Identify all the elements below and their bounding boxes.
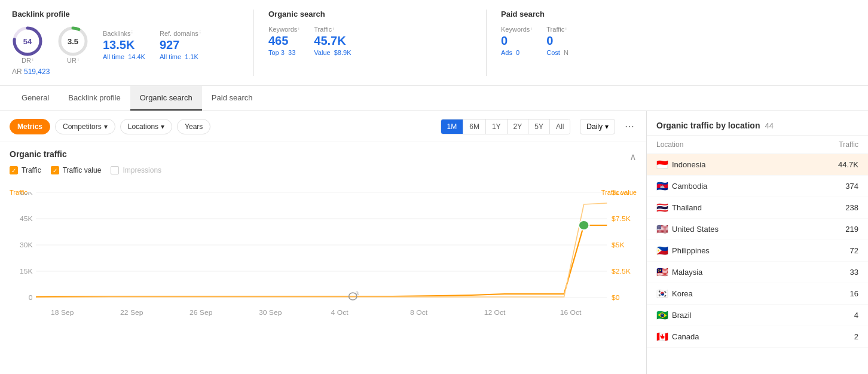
legend-traffic-value[interactable]: ✓ Traffic value [51, 166, 102, 174]
flag-icon: 🇺🇸 [656, 223, 668, 235]
daily-button[interactable]: Daily ▾ [580, 119, 615, 134]
chart-toolbar: Metrics Competitors ▾ Locations ▾ Years … [0, 111, 646, 142]
paid-keywords-value: 0 [501, 34, 532, 48]
table-header-row: Location Traffic [647, 136, 868, 154]
organic-search-section: Organic search Keywords ⁱ 465 Top 3 33 T… [268, 10, 472, 56]
competitors-button[interactable]: Competitors ▾ [55, 119, 115, 134]
tab-general[interactable]: General [12, 86, 59, 111]
dr-info-icon[interactable]: ⁱ [32, 57, 33, 64]
more-options-button[interactable]: ⋯ [622, 118, 637, 134]
svg-text:4 Oct: 4 Oct [331, 309, 349, 316]
traffic-value: 72 [796, 240, 868, 262]
table-row[interactable]: 🇰🇭 Cambodia 374 [647, 176, 868, 197]
country-cell: 🇰🇭 Cambodia [647, 176, 796, 197]
divider-2 [486, 10, 487, 76]
traffic-value: 219 [796, 219, 868, 240]
organic-traffic-value: 45.7K [314, 34, 351, 48]
table-row[interactable]: 🇺🇸 United States 219 [647, 219, 868, 240]
traffic-checkmark: ✓ [11, 167, 16, 174]
flag-icon: 🇮🇩 [656, 159, 668, 170]
svg-text:18 Sep: 18 Sep [51, 309, 74, 316]
flag-icon: 🇵🇭 [656, 245, 668, 256]
table-row[interactable]: 🇲🇾 Malaysia 33 [647, 262, 868, 283]
country-cell: 🇲🇾 Malaysia [647, 262, 796, 283]
time-1y-button[interactable]: 1Y [486, 119, 508, 134]
time-1m-button[interactable]: 1M [441, 119, 464, 134]
paid-search-section: Paid search Keywords ⁱ 0 Ads 0 Traffic ⁱ… [501, 10, 668, 56]
organic-keywords-sub: Top 3 33 [268, 49, 299, 56]
country-name: Korea [672, 289, 693, 298]
paid-keywords-label: Keywords ⁱ [501, 26, 532, 33]
chart-svg-wrapper: Traffic Traffic value 60K 45K 30K 15K 0 [10, 179, 637, 329]
tab-backlink-profile[interactable]: Backlink profile [59, 86, 130, 111]
time-6m-button[interactable]: 6M [463, 119, 486, 134]
country-name: Malaysia [672, 268, 702, 277]
flag-icon: 🇨🇦 [656, 331, 668, 342]
backlink-metrics-row: 54 DR ⁱ 3.5 UR ⁱ [12, 26, 239, 64]
location-count-badge: 44 [765, 121, 773, 130]
metrics-button[interactable]: Metrics [10, 119, 50, 134]
traffic-value: 4 [796, 305, 868, 326]
ref-domains-label: Ref. domains ⁱ [160, 30, 201, 37]
traffic-value: 238 [796, 197, 868, 219]
paid-keywords-sub: Ads 0 [501, 49, 532, 56]
organic-traffic-label: Traffic ⁱ [314, 26, 351, 33]
backlinks-label: Backlinks ⁱ [103, 30, 145, 37]
time-2y-button[interactable]: 2Y [508, 119, 529, 134]
paid-search-title: Paid search [501, 10, 668, 19]
country-name: Thailand [672, 203, 702, 212]
table-row[interactable]: 🇨🇦 Canada 2 [647, 326, 868, 348]
backlinks-metric: Backlinks ⁱ 13.5K All time 14.4K [103, 30, 145, 60]
country-cell: 🇰🇷 Korea [647, 283, 796, 305]
country-cell: 🇺🇸 United States [647, 219, 796, 240]
svg-text:$10K: $10K [612, 192, 629, 196]
country-name: Cambodia [672, 182, 707, 191]
table-row[interactable]: 🇰🇷 Korea 16 [647, 283, 868, 305]
country-name: Canada [672, 332, 699, 341]
svg-text:8 Oct: 8 Oct [410, 309, 428, 316]
paid-keywords-info-icon[interactable]: ⁱ [531, 26, 532, 33]
table-row[interactable]: 🇵🇭 Philippines 72 [647, 240, 868, 262]
traffic-value-checkbox[interactable]: ✓ [51, 166, 59, 174]
divider-1 [253, 10, 254, 76]
ref-domains-info-icon[interactable]: ⁱ [200, 30, 201, 36]
traffic-value: 33 [796, 262, 868, 283]
ar-link[interactable]: 519,423 [24, 68, 50, 76]
chart-title: Organic traffic [10, 149, 67, 159]
organic-keywords-sub-value: 33 [288, 49, 295, 56]
years-button[interactable]: Years [177, 119, 210, 134]
traffic-data-point[interactable] [579, 220, 589, 230]
flag-icon: 🇰🇭 [656, 180, 668, 192]
organic-traffic-info-icon[interactable]: ⁱ [333, 26, 334, 33]
backlinks-info-icon[interactable]: ⁱ [132, 30, 133, 36]
locations-button[interactable]: Locations ▾ [120, 119, 172, 134]
legend-impressions[interactable]: Impressions [111, 166, 161, 174]
ar-row: AR 519,423 [12, 68, 239, 76]
table-row[interactable]: 🇧🇷 Brazil 4 [647, 305, 868, 326]
country-name: Indonesia [672, 160, 705, 169]
organic-traffic-metric: Traffic ⁱ 45.7K Value $8.9K [314, 26, 351, 56]
legend-traffic[interactable]: ✓ Traffic [10, 166, 41, 174]
country-name: Philippines [672, 246, 710, 255]
table-row[interactable]: 🇹🇭 Thailand 238 [647, 197, 868, 219]
organic-keywords-info-icon[interactable]: ⁱ [298, 26, 299, 33]
table-row[interactable]: 🇮🇩 Indonesia 44.7K [647, 154, 868, 176]
ur-info-icon[interactable]: ⁱ [78, 57, 79, 64]
svg-text:15K: 15K [20, 268, 33, 275]
tab-paid-search[interactable]: Paid search [202, 86, 262, 111]
traffic-col-header: Traffic [796, 136, 868, 154]
ref-domains-value: 927 [160, 38, 201, 52]
ur-circle: 3.5 [57, 26, 88, 57]
right-panel-title: Organic traffic by location 44 [656, 121, 858, 130]
backlink-profile-title: Backlink profile [12, 10, 239, 19]
country-cell: 🇮🇩 Indonesia [647, 154, 796, 176]
paid-keywords-metric: Keywords ⁱ 0 Ads 0 [501, 26, 532, 56]
impressions-checkbox[interactable] [111, 166, 119, 174]
time-all-button[interactable]: All [550, 119, 570, 134]
time-5y-button[interactable]: 5Y [528, 119, 550, 134]
traffic-checkbox[interactable]: ✓ [10, 166, 18, 174]
collapse-chart-button[interactable]: ∧ [629, 151, 637, 163]
paid-traffic-info-icon[interactable]: ⁱ [566, 26, 567, 33]
tab-organic-search[interactable]: Organic search [130, 86, 202, 111]
flag-icon: 🇰🇷 [656, 288, 668, 299]
